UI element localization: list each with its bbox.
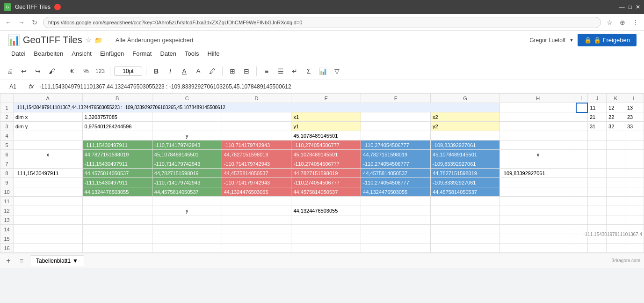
cell-K7[interactable] — [607, 159, 625, 169]
cell-F12[interactable] — [361, 206, 431, 215]
formula-content[interactable]: -111,15430497911101367,44.13244765030552… — [36, 83, 644, 90]
cell-I12[interactable] — [576, 206, 588, 215]
cell-B5[interactable]: -111,15430497911 — [82, 140, 152, 150]
cell-I11[interactable] — [576, 197, 588, 206]
cell-K3[interactable]: 32 — [607, 122, 625, 131]
cell-I7[interactable] — [576, 159, 588, 169]
underline-icon[interactable]: A — [178, 65, 190, 77]
decimal-icon[interactable]: 123 — [94, 65, 106, 77]
cell-G8[interactable]: 44,7827151598019 — [431, 169, 500, 178]
cell-I3[interactable] — [576, 122, 588, 131]
cell-G4[interactable] — [431, 131, 500, 140]
cell-F11[interactable] — [361, 197, 431, 206]
wrap-icon[interactable]: ↵ — [289, 65, 301, 77]
cell-L5[interactable] — [625, 140, 644, 150]
cell-E9[interactable]: -110,274054506777 — [291, 178, 361, 187]
close-button[interactable] — [54, 4, 61, 10]
sheet-tab-dropdown-icon[interactable]: ▼ — [72, 258, 78, 264]
cell-E12[interactable]: 44,1324476503055 — [291, 206, 361, 215]
cell-A9[interactable] — [14, 178, 83, 187]
cell-J4[interactable] — [587, 131, 606, 140]
cell-J9[interactable] — [587, 178, 606, 187]
row-header-12[interactable]: 12 — [0, 206, 14, 215]
cell-A13[interactable] — [14, 215, 83, 225]
col-header-K[interactable]: K — [607, 94, 625, 103]
cell-G9[interactable]: -109,83392927061 — [431, 178, 500, 187]
cell-E8[interactable]: 44,7827151598019 — [291, 169, 361, 178]
row-header-14[interactable]: 14 — [0, 225, 14, 234]
cell-K9[interactable] — [607, 178, 625, 187]
cell-G10[interactable]: 44,4575814050537 — [431, 187, 500, 197]
cell-J12[interactable] — [587, 206, 606, 215]
menu-hilfe[interactable]: Hilfe — [203, 48, 223, 59]
cell-D2[interactable] — [222, 112, 291, 122]
folder-icon[interactable]: 📁 — [94, 37, 102, 44]
cell-A2[interactable]: dim x — [14, 112, 83, 122]
cell-K11[interactable] — [607, 197, 625, 206]
cell-D4[interactable] — [222, 131, 291, 140]
cell-E3[interactable]: y1 — [291, 122, 361, 131]
cell-D3[interactable] — [222, 122, 291, 131]
chart-icon[interactable]: 📊 — [317, 65, 329, 77]
col-header-D[interactable]: D — [222, 94, 291, 103]
cell-L1[interactable]: 13 — [625, 103, 644, 112]
cell-L12[interactable] — [625, 206, 644, 215]
cell-A8[interactable]: -111,15430497911 — [14, 169, 83, 178]
cell-F8[interactable]: 44,4575814050537 — [361, 169, 431, 178]
cell-F3[interactable] — [361, 122, 431, 131]
cell-D5[interactable]: -110,714179742943 — [222, 140, 291, 150]
cell-H2[interactable] — [500, 112, 576, 122]
cell-B4[interactable] — [82, 131, 152, 140]
menu-tools[interactable]: Tools — [181, 48, 203, 59]
menu-einfuegen[interactable]: Einfügen — [96, 48, 128, 59]
menu-format[interactable]: Format — [129, 48, 155, 59]
cell-D10[interactable]: 44,1324476503055 — [222, 187, 291, 197]
share-button[interactable]: 🔒 🔒 Freigeben — [578, 34, 637, 46]
row-header-2[interactable]: 2 — [0, 112, 14, 122]
cell-D6[interactable]: 44,7827151598019 — [222, 150, 291, 159]
cell-J1[interactable]: 11 — [587, 103, 606, 112]
row-header-13[interactable]: 13 — [0, 215, 14, 225]
cell-A1[interactable]: -111,15430497911101367,44.13244765030552… — [14, 103, 500, 112]
bold-icon[interactable]: B — [150, 65, 162, 77]
col-header-G[interactable]: G — [431, 94, 500, 103]
font-color-icon[interactable]: A — [192, 65, 204, 77]
cell-D8[interactable]: 44,4575814050537 — [222, 169, 291, 178]
row-header-15[interactable]: 15 — [0, 234, 14, 244]
cell-G5[interactable]: -109,83392927061 — [431, 140, 500, 150]
cell-C4[interactable]: y — [152, 131, 222, 140]
redo-icon[interactable]: ↪ — [32, 65, 44, 77]
cell-L10[interactable] — [625, 187, 644, 197]
cell-A12[interactable] — [14, 206, 83, 215]
cell-L3[interactable]: 33 — [625, 122, 644, 131]
col-header-A[interactable]: A — [14, 94, 83, 103]
cell-I5[interactable] — [576, 140, 588, 150]
menu-datei[interactable]: Datei — [7, 48, 29, 59]
cell-B12[interactable] — [82, 206, 152, 215]
cell-A3[interactable]: dim y — [14, 122, 83, 131]
cell-K2[interactable]: 22 — [607, 112, 625, 122]
filter-icon[interactable]: ▽ — [331, 65, 343, 77]
cell-B9[interactable]: -111,15430497911 — [82, 178, 152, 187]
add-sheet-button[interactable]: + — [4, 256, 13, 266]
cell-J11[interactable] — [587, 197, 606, 206]
maximize-btn[interactable]: □ — [629, 4, 632, 10]
cell-A4[interactable] — [14, 131, 83, 140]
cell-L6[interactable] — [625, 150, 644, 159]
cell-C2[interactable] — [152, 112, 222, 122]
menu-ansicht[interactable]: Ansicht — [68, 48, 95, 59]
cell-A6[interactable]: x — [14, 150, 83, 159]
cell-K5[interactable] — [607, 140, 625, 150]
cell-C11[interactable] — [152, 197, 222, 206]
cell-F10[interactable]: 44,1324476503055 — [361, 187, 431, 197]
cell-A5[interactable] — [14, 140, 83, 150]
cell-F6[interactable]: 44,7827151598019 — [361, 150, 431, 159]
close-btn[interactable]: ✕ — [636, 4, 640, 10]
align-icon[interactable]: ☰ — [275, 65, 287, 77]
cell-F9[interactable]: -110,274054506777 — [361, 178, 431, 187]
font-size-input[interactable] — [114, 67, 142, 76]
cell-I1[interactable] — [576, 103, 588, 112]
cell-F7[interactable]: -110,274054506777 — [361, 159, 431, 169]
settings-icon[interactable]: ⋮ — [631, 18, 640, 27]
cell-A10[interactable] — [14, 187, 83, 197]
